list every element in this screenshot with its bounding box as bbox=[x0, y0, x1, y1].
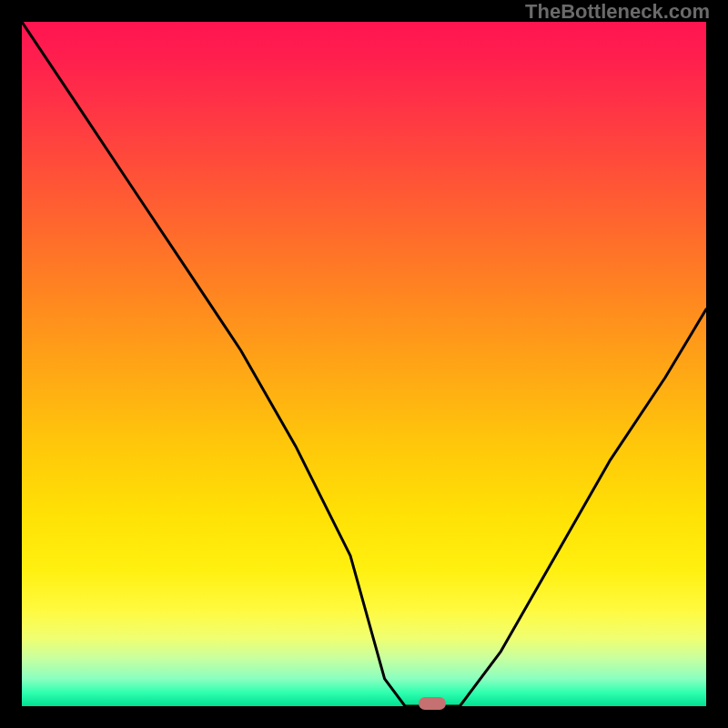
plot-area bbox=[22, 22, 706, 706]
bottleneck-curve bbox=[22, 22, 706, 706]
chart-container: TheBottleneck.com bbox=[0, 0, 728, 728]
optimal-marker bbox=[419, 697, 446, 710]
watermark-text: TheBottleneck.com bbox=[525, 0, 710, 24]
curve-svg bbox=[22, 22, 706, 706]
